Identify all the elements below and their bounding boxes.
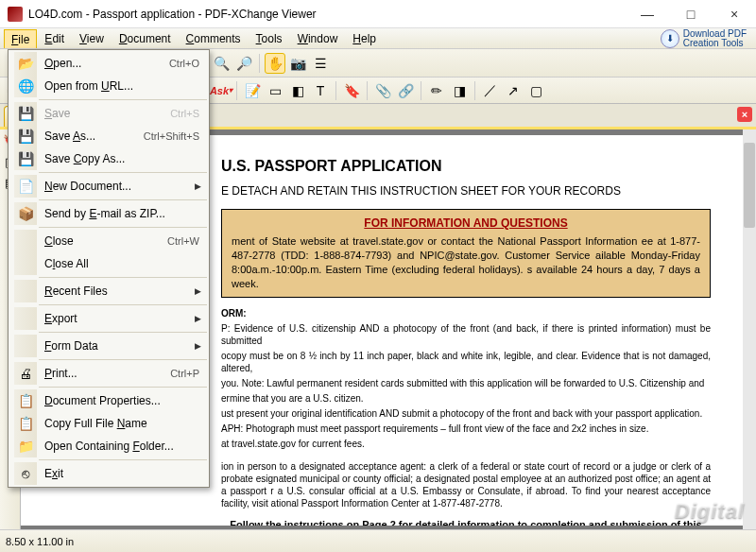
save-copy-icon: 💾 xyxy=(14,147,37,170)
save-as-icon: 💾 xyxy=(14,125,37,147)
menu-view[interactable]: View xyxy=(72,28,112,48)
eraser-button[interactable]: ◨ xyxy=(449,80,470,101)
submenu-arrow-icon: ▶ xyxy=(195,181,201,191)
ask-button[interactable]: Ask▾ xyxy=(211,80,232,101)
menu-open-url[interactable]: 🌐 Open from URL... xyxy=(10,75,207,97)
select-button[interactable]: ☰ xyxy=(310,53,331,74)
close-doc-button[interactable]: × xyxy=(737,107,752,122)
menu-help[interactable]: Help xyxy=(345,28,384,48)
hand-tool-button[interactable]: ✋ xyxy=(265,53,285,74)
download-icon: ⬇ xyxy=(661,29,679,48)
p-line-4: ermine that you are a U.S. citizen. xyxy=(221,392,711,405)
menu-send-email-zip[interactable]: 📦 Send by E-mail as ZIP... xyxy=(10,202,207,225)
doc-title: U.S. PASSPORT APPLICATION xyxy=(221,158,711,175)
info-box-title: FOR INFORMATION AND QUESTIONS xyxy=(232,216,700,231)
close-doc-icon xyxy=(14,230,37,252)
close-button[interactable]: × xyxy=(713,0,756,28)
vertical-scrollbar[interactable] xyxy=(743,129,756,529)
submenu-arrow-icon: ▶ xyxy=(195,314,201,323)
menu-open-folder[interactable]: 📁 Open Containing Folder... xyxy=(10,435,207,457)
follow-line: Follow the instructions on Page 2 for de… xyxy=(221,519,711,526)
menu-file[interactable]: File xyxy=(4,29,37,48)
page-dimensions: 8.50 x 11.00 in xyxy=(6,536,74,547)
callout-button[interactable]: ◧ xyxy=(287,80,308,101)
p-line-3: you. Note: Lawful permanent resident car… xyxy=(221,377,711,389)
arrow-button[interactable]: ↗ xyxy=(503,80,524,101)
fee-line: at travel.state.gov for current fees. xyxy=(221,438,711,450)
photo-line: APH: Photograph must meet passport requi… xyxy=(221,423,711,435)
find-button[interactable]: 🔍 xyxy=(211,53,232,74)
menu-close-all[interactable]: Close All xyxy=(10,252,207,275)
menu-form-data[interactable]: Form Data▶ xyxy=(10,335,207,357)
status-bar: 8.50 x 11.00 in xyxy=(0,529,756,552)
menu-copy-filename[interactable]: 📋 Copy Full File Name xyxy=(10,412,207,435)
copy-icon: 📋 xyxy=(14,412,37,435)
maximize-button[interactable]: □ xyxy=(669,0,713,28)
menu-doc-properties[interactable]: 📋 Document Properties... xyxy=(10,389,207,412)
menu-save[interactable]: 💾 SaveCtrl+S xyxy=(10,102,207,125)
snapshot-button[interactable]: 📷 xyxy=(287,53,308,74)
save-icon: 💾 xyxy=(14,102,37,125)
info-box-body: ment of State website at travel.state.go… xyxy=(232,234,700,290)
exit-icon: ⎋ xyxy=(14,462,37,485)
info-box: FOR INFORMATION AND QUESTIONS ment of St… xyxy=(221,209,711,298)
attach-button[interactable]: 📎 xyxy=(372,80,393,101)
search-button[interactable]: 🔎 xyxy=(233,53,254,74)
folder-icon: 📁 xyxy=(14,435,37,457)
id-line: ust present your original identification… xyxy=(221,407,711,420)
menu-tools[interactable]: Tools xyxy=(249,28,290,48)
menu-open[interactable]: 📂 Open...Ctrl+O xyxy=(10,52,207,75)
menu-bar: File Edit View Document Comments Tools W… xyxy=(0,28,756,49)
doc-subtitle: E DETACH AND RETAIN THIS INSTRUCTION SHE… xyxy=(221,184,711,198)
menu-document[interactable]: Document xyxy=(112,28,179,48)
menu-exit[interactable]: ⎋ Exit xyxy=(10,462,207,485)
menu-save-copy[interactable]: 💾 Save Copy As... xyxy=(10,147,207,170)
menu-new-document[interactable]: 📄 New Document...▶ xyxy=(10,175,207,198)
app-icon xyxy=(8,7,23,22)
title-bar: LO4D.com - Passport application - PDF-XC… xyxy=(0,0,756,28)
p-line-2: ocopy must be on 8 ½ inch by 11 inch pap… xyxy=(221,350,711,374)
p-line-1: P: Evidence of U.S. citizenship AND a ph… xyxy=(221,322,711,347)
menu-comments[interactable]: Comments xyxy=(179,28,249,48)
window-title: LO4D.com - Passport application - PDF-XC… xyxy=(28,8,626,21)
properties-icon: 📋 xyxy=(14,389,37,412)
menu-save-as[interactable]: 💾 Save As...Ctrl+Shift+S xyxy=(10,125,207,147)
link-button[interactable]: 🔗 xyxy=(395,80,416,101)
submenu-arrow-icon: ▶ xyxy=(195,341,201,351)
agent-body: ion in person to a designated acceptance… xyxy=(221,460,711,509)
email-zip-icon: 📦 xyxy=(14,202,37,225)
menu-export[interactable]: Export▶ xyxy=(10,307,207,330)
menu-window[interactable]: Window xyxy=(290,28,346,48)
folder-open-icon: 📂 xyxy=(14,52,37,75)
file-menu-dropdown: 📂 Open...Ctrl+O 🌐 Open from URL... 💾 Sav… xyxy=(8,49,210,488)
textbox-button[interactable]: T xyxy=(310,80,331,101)
menu-print[interactable]: 🖨 Print...Ctrl+P xyxy=(10,362,207,385)
printer-icon: 🖨 xyxy=(14,362,37,385)
new-doc-icon: 📄 xyxy=(14,175,37,198)
menu-recent-files[interactable]: Recent Files▶ xyxy=(10,280,207,302)
menu-edit[interactable]: Edit xyxy=(37,28,72,48)
submenu-arrow-icon: ▶ xyxy=(195,286,201,296)
line-button[interactable]: ／ xyxy=(480,80,501,101)
rect-button[interactable]: ▢ xyxy=(525,80,546,101)
scrollbar-thumb[interactable] xyxy=(744,143,755,228)
pencil-button[interactable]: ✏ xyxy=(426,80,447,101)
highlight-button[interactable]: ▭ xyxy=(265,80,285,101)
download-pdf-tools-button[interactable]: ⬇ Download PDF Creation Tools xyxy=(661,29,747,48)
menu-close[interactable]: CloseCtrl+W xyxy=(10,230,207,252)
minimize-button[interactable]: — xyxy=(626,0,669,28)
sticky-note-button[interactable]: 📝 xyxy=(242,80,263,101)
globe-icon: 🌐 xyxy=(14,75,37,97)
stamp-button[interactable]: 🔖 xyxy=(341,80,362,101)
